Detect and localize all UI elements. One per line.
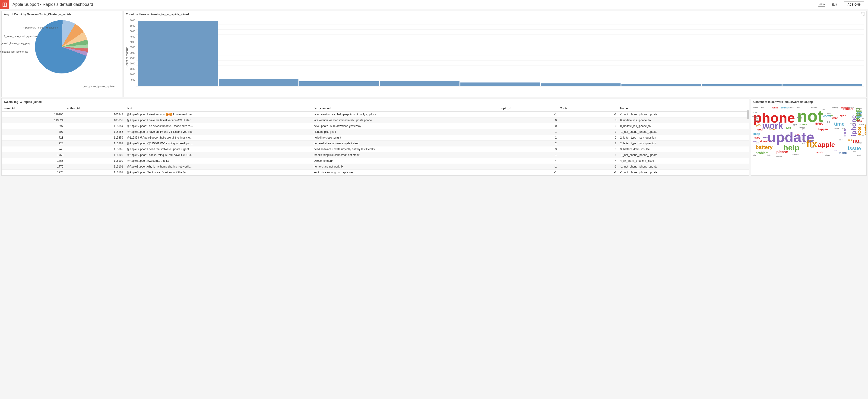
panel-title: Avg. of Count by Name on Topic_Cluster_w… bbox=[2, 11, 122, 18]
wordcloud-word: drain bbox=[753, 106, 758, 109]
wordcloud-word: email bbox=[857, 154, 861, 156]
wordcloud-word: letter bbox=[857, 108, 862, 110]
wordcloud-word: thing bbox=[797, 117, 802, 119]
table-cell: home share not work fix bbox=[312, 164, 499, 170]
wordcloud-word: hour bbox=[755, 142, 759, 144]
table-cell: 105848 bbox=[65, 112, 125, 118]
bar[interactable] bbox=[702, 84, 782, 86]
table-cell: -1 bbox=[558, 112, 618, 118]
table-cell: 1770 bbox=[2, 164, 65, 170]
table-row[interactable]: 745115865@AppleSupport I need the softwa… bbox=[2, 147, 749, 152]
table-cell: -1_not_phone_iphone_update bbox=[618, 129, 749, 135]
wordcloud-word: day bbox=[857, 115, 862, 118]
wordcloud-word: apple bbox=[818, 141, 835, 149]
table-cell: -1_not_phone_iphone_update bbox=[618, 164, 749, 170]
wordcloud-word: version bbox=[811, 106, 817, 108]
wordcloud-word: send bbox=[763, 135, 770, 139]
bar-plot-area[interactable] bbox=[136, 19, 864, 86]
pie-slice-label: -1_not_phone_iphone_update bbox=[81, 85, 115, 88]
bar[interactable] bbox=[138, 21, 218, 86]
panel-title: Count by Name on tweets_tag_w_rapids_joi… bbox=[124, 11, 866, 18]
panel-title: tweets_tag_w_rapids_joined bbox=[2, 98, 749, 105]
table-row[interactable]: 728115862@AppleSupport @115861 We're goi… bbox=[2, 141, 749, 147]
table-cell: sent twice know go no reply way bbox=[312, 170, 499, 175]
column-header[interactable]: topic_id bbox=[499, 105, 558, 112]
bar[interactable] bbox=[782, 84, 862, 86]
wordcloud-word: again bbox=[840, 114, 846, 117]
table-cell: @AppleSupport @115861 We're going to nee… bbox=[125, 141, 312, 147]
wordcloud-word: minute bbox=[825, 154, 830, 156]
wordcloud-word: late bbox=[827, 121, 831, 123]
table-cell: 115862 bbox=[65, 141, 125, 147]
wordcloud-word: type bbox=[827, 112, 831, 114]
panel-bar-chart: Count by Name on tweets_tag_w_rapids_joi… bbox=[123, 11, 867, 97]
table-cell: -1_not_phone_iphone_update bbox=[618, 152, 749, 158]
wordcloud-word: message bbox=[855, 142, 862, 144]
wordcloud-word: battery bbox=[755, 144, 773, 150]
wordcloud-word: old bbox=[802, 142, 805, 144]
app-logo-icon[interactable] bbox=[0, 0, 9, 9]
wordcloud-word: way bbox=[802, 139, 805, 141]
wordcloud-word: shit bbox=[811, 140, 814, 142]
wordcloud-word: thanks bbox=[864, 124, 866, 134]
table-row[interactable]: 1763116100@AppleSupport Thanks, thing is… bbox=[2, 152, 749, 158]
column-header[interactable]: Topic bbox=[558, 105, 618, 112]
table-cell: 116101 bbox=[65, 164, 125, 170]
tab-view[interactable]: View bbox=[818, 2, 825, 7]
actions-button[interactable]: ACTIONS bbox=[844, 1, 865, 8]
scrollbar-thumb[interactable] bbox=[747, 110, 749, 119]
table-row[interactable]: 697115854@AppleSupport The newest update… bbox=[2, 123, 749, 129]
table-row[interactable]: 1776116102@AppleSupport Sent twice. Don'… bbox=[2, 170, 749, 175]
table-cell: 0 bbox=[499, 118, 558, 123]
table-cell: @AppleSupport I need the software update… bbox=[125, 147, 312, 152]
wordcloud-word: turn bbox=[832, 149, 837, 152]
wordcloud-word: want bbox=[832, 117, 838, 119]
data-table[interactable]: tweet_idauthor_idtexttext_cleanedtopic_i… bbox=[2, 105, 749, 175]
table-cell: 115865 bbox=[65, 147, 125, 152]
wordcloud-word: photo bbox=[754, 120, 759, 121]
wordcloud-word: slow bbox=[860, 134, 864, 136]
wordcloud-word: look bbox=[811, 147, 814, 148]
wordcloud-word: download bbox=[760, 140, 772, 143]
wordcloud-word: bug bbox=[848, 139, 852, 141]
wordcloud-word: start bbox=[857, 113, 862, 116]
wordcloud-word: happen bbox=[818, 128, 828, 131]
expand-icon[interactable] bbox=[861, 12, 865, 16]
table-cell: thanks thing like cent credit not credit bbox=[312, 152, 499, 158]
column-header[interactable]: text bbox=[125, 105, 312, 112]
table-cell: @AppleSupport Thanks, thing is I still h… bbox=[125, 152, 312, 158]
wordcloud-word: file bbox=[779, 134, 781, 136]
table-cell: 115854 bbox=[65, 123, 125, 129]
wordcloud-word: play bbox=[753, 154, 756, 156]
table-cell: -1_not_phone_iphone_update bbox=[618, 170, 749, 175]
wordcloud-word: screen bbox=[799, 123, 807, 126]
wordcloud-word: open bbox=[795, 133, 799, 135]
table-row[interactable]: 1770116101@AppleSupport why is my home s… bbox=[2, 164, 749, 170]
table-cell: latest version read help page turn virtu… bbox=[312, 112, 499, 118]
column-header[interactable]: text_cleaned bbox=[312, 105, 499, 112]
panel-wordcloud: Content of folder word_cloud/wordcloud.p… bbox=[751, 98, 867, 176]
wordcloud-word: itunes bbox=[772, 106, 778, 109]
table-cell: go need share answer angela i stand bbox=[312, 141, 499, 147]
column-header[interactable]: tweet_id bbox=[2, 105, 65, 112]
table-row[interactable]: 1766116100@AppleSupport Awesome, thanksa… bbox=[2, 158, 749, 164]
table-row[interactable]: 723115859@115858 @AppleSupport hello are… bbox=[2, 135, 749, 141]
wordcloud-word: wifi bbox=[783, 137, 786, 139]
table-cell: 116100 bbox=[65, 158, 125, 164]
table-cell: 2 bbox=[558, 141, 618, 147]
bar[interactable] bbox=[219, 79, 299, 86]
tab-edit[interactable]: Edit bbox=[832, 3, 837, 6]
wordcloud-word: need bbox=[755, 128, 763, 131]
wordcloud-word: last bbox=[797, 106, 800, 109]
wordcloud-word: new bbox=[814, 121, 824, 126]
table-row[interactable]: 119324105857@AppleSupport I have the lat… bbox=[2, 118, 749, 123]
table-cell: -1 bbox=[499, 164, 558, 170]
app-header: Apple Support - Rapids's default dashboa… bbox=[0, 0, 868, 9]
table-row[interactable]: 707115855@AppleSupport I have an iPhone … bbox=[2, 129, 749, 135]
column-header[interactable]: author_id bbox=[65, 105, 125, 112]
pie-slice-label: 1_music_itunes_song_play bbox=[0, 42, 30, 45]
table-row[interactable]: 119290105848@AppleSupport Latest version… bbox=[2, 112, 749, 118]
column-header[interactable]: Name bbox=[618, 105, 749, 112]
table-cell: 119324 bbox=[2, 118, 65, 123]
pie-slice-label: 7_password_icloud_id_account bbox=[23, 26, 58, 29]
